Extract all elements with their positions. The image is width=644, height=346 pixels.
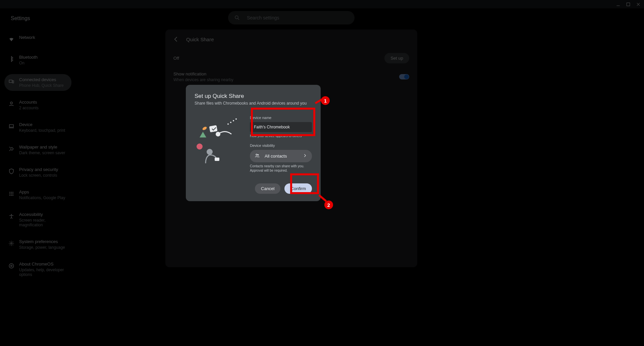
annotation-badge-1: 1: [321, 96, 330, 105]
confirm-button[interactable]: Confirm: [284, 183, 312, 194]
app-title: Settings: [0, 15, 30, 21]
apps-icon: [8, 190, 15, 197]
sidebar-item-sub: Keyboard, touchpad, print: [19, 128, 65, 133]
svg-point-29: [256, 154, 257, 155]
visibility-value: All contacts: [265, 154, 287, 159]
search-input-wrap[interactable]: [228, 11, 355, 24]
cancel-button[interactable]: Cancel: [255, 183, 280, 194]
back-button[interactable]: [172, 35, 180, 43]
bluetooth-icon: [8, 55, 15, 63]
sidebar-item-accessibility[interactable]: AccessibilityScreen reader, magnificatio…: [4, 209, 71, 230]
svg-point-17: [11, 265, 12, 267]
svg-point-15: [11, 243, 12, 244]
svg-marker-18: [200, 132, 206, 137]
panel-header: Quick Share: [165, 30, 417, 49]
search-input[interactable]: [247, 15, 348, 20]
svg-rect-4: [9, 125, 13, 127]
close-icon[interactable]: [635, 1, 641, 7]
sidebar-item-sub: 2 accounts: [19, 106, 39, 110]
svg-point-14: [11, 214, 12, 215]
dialog-subtitle: Share files with Chromebooks and Android…: [195, 101, 312, 106]
device-name-input[interactable]: [250, 122, 312, 132]
sidebar-item-sub: On: [19, 61, 38, 65]
sidebar-item-bluetooth[interactable]: BluetoothOn: [4, 52, 71, 68]
contacts-icon: [255, 153, 260, 159]
sidebar-item-sub: Phone Hub, Quick Share: [19, 83, 64, 88]
sidebar-item-device[interactable]: DeviceKeyboard, touchpad, print: [4, 119, 71, 136]
show-notification-row: Show notification When devices are shari…: [165, 67, 417, 86]
chrome-icon: [8, 262, 15, 270]
svg-point-7: [12, 192, 13, 193]
sidebar-item-label: Accounts: [19, 100, 39, 105]
svg-rect-2: [12, 81, 14, 83]
settings-sidebar: Network BluetoothOn Connected devicesPho…: [4, 32, 71, 286]
set-up-button[interactable]: Set up: [384, 53, 409, 63]
svg-point-24: [235, 118, 237, 120]
wifi-icon: [8, 36, 15, 43]
status-label: Off: [173, 56, 179, 61]
setup-quick-share-dialog: Set up Quick Share Share files with Chro…: [186, 85, 321, 201]
devices-icon: [8, 78, 15, 85]
panel-title: Quick Share: [186, 37, 214, 42]
sidebar-item-label: Wallpaper and style: [19, 145, 65, 150]
device-visibility-button[interactable]: All contacts: [250, 150, 312, 162]
svg-point-0: [235, 16, 238, 19]
svg-point-22: [230, 122, 231, 123]
sidebar-item-label: About ChromeOS: [19, 262, 68, 267]
minimize-icon[interactable]: [615, 1, 621, 7]
maximize-icon[interactable]: [625, 1, 631, 7]
svg-point-10: [12, 193, 13, 194]
window-titlebar: [0, 0, 644, 8]
sidebar-item-wallpaper[interactable]: Wallpaper and styleDark theme, screen sa…: [4, 141, 71, 158]
svg-point-12: [11, 195, 12, 196]
accessibility-icon: [8, 213, 15, 220]
device-visibility-label: Device visibility: [250, 143, 312, 148]
device-name-label: Device name: [250, 116, 312, 120]
sidebar-item-apps[interactable]: AppsNotifications, Google Play: [4, 186, 71, 203]
sidebar-item-accounts[interactable]: Accounts2 accounts: [4, 97, 71, 113]
svg-point-25: [216, 132, 220, 136]
svg-point-9: [11, 193, 12, 194]
sidebar-item-sub: Dark theme, screen saver: [19, 151, 65, 155]
sidebar-item-sub: Notifications, Google Play: [19, 195, 65, 200]
svg-point-5: [9, 192, 10, 193]
svg-point-26: [197, 143, 203, 150]
sidebar-item-about[interactable]: About ChromeOSUpdates, help, developer o…: [4, 258, 71, 280]
dialog-title: Set up Quick Share: [195, 93, 312, 100]
sidebar-item-sub: Storage, power, language: [19, 245, 65, 250]
search-icon: [234, 15, 240, 21]
chevron-right-icon: [303, 153, 307, 159]
quick-share-status-row: Off Set up: [165, 49, 417, 67]
sidebar-item-sub: Lock screen, controls: [19, 173, 58, 178]
sidebar-item-network[interactable]: Network: [4, 32, 71, 46]
svg-point-8: [9, 193, 10, 194]
shield-icon: [8, 168, 15, 175]
svg-point-6: [11, 192, 12, 193]
svg-point-16: [9, 264, 14, 268]
svg-point-30: [258, 155, 259, 156]
sidebar-item-system[interactable]: System preferencesStorage, power, langua…: [4, 236, 71, 253]
svg-rect-1: [9, 80, 12, 83]
sidebar-item-sub: Updates, help, developer options: [19, 268, 68, 277]
notification-sub: When devices are sharing nearby: [173, 77, 233, 82]
sidebar-item-label: Privacy and security: [19, 167, 58, 172]
account-icon: [8, 100, 15, 108]
sidebar-item-connected-devices[interactable]: Connected devicesPhone Hub, Quick Share: [4, 74, 71, 91]
svg-point-13: [12, 195, 13, 196]
notification-title: Show notification: [173, 71, 233, 76]
sidebar-item-label: Connected devices: [19, 77, 64, 82]
visibility-help: Contacts nearby can share with you. Appr…: [250, 164, 312, 173]
svg-rect-28: [215, 158, 219, 161]
notification-toggle[interactable]: [399, 74, 409, 79]
dialog-illustration: [195, 116, 243, 164]
sidebar-item-privacy[interactable]: Privacy and securityLock screen, control…: [4, 164, 71, 181]
svg-point-23: [233, 120, 234, 121]
sidebar-item-label: Network: [19, 35, 35, 40]
sidebar-item-label: Bluetooth: [19, 55, 38, 60]
device-name-help: How your device appears to others: [250, 134, 312, 138]
sidebar-item-sub: Screen reader, magnification: [19, 218, 68, 227]
wallpaper-icon: [8, 145, 15, 153]
laptop-icon: [8, 123, 15, 130]
svg-point-11: [9, 195, 10, 196]
svg-point-3: [10, 102, 12, 104]
